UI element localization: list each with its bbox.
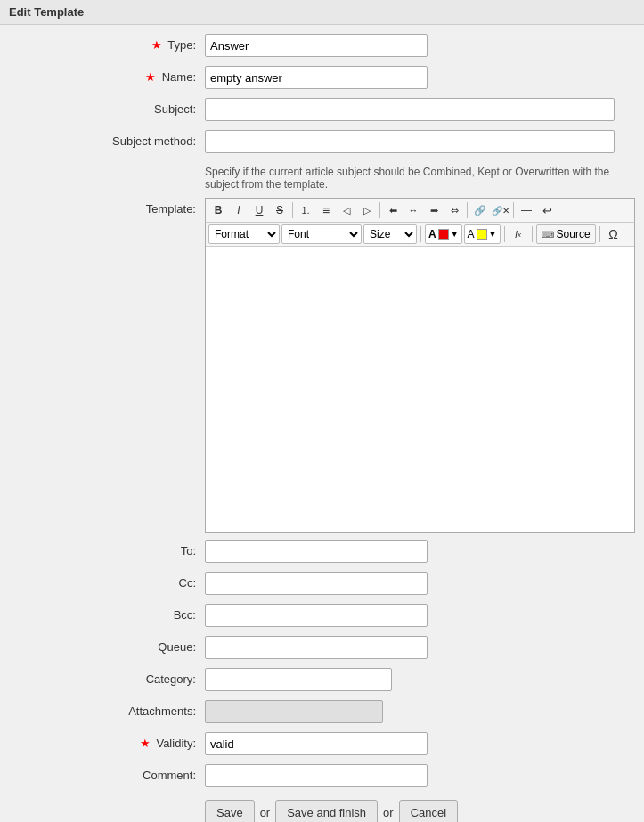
or-text-1: or [260,806,271,819]
cc-input[interactable] [205,572,428,595]
source-label: Source [557,228,591,240]
unlink-button[interactable]: 🔗✕ [491,200,510,220]
clear-format-button[interactable]: Ix [509,224,528,244]
indent-button[interactable]: ▷ [357,200,377,220]
category-label: Category: [9,668,205,686]
bold-button[interactable]: B [208,200,228,220]
subject-method-label: Subject method: [9,130,205,148]
to-label: To: [9,540,205,557]
subject-method-input[interactable] [205,130,615,153]
action-row: Save or Save and finish or Cancel [205,800,458,822]
cc-label: Cc: [9,572,205,590]
name-label: ★ Name: [9,66,205,84]
bcc-input[interactable] [205,604,428,627]
save-button[interactable]: Save [205,800,255,822]
bg-color-swatch [477,229,487,240]
align-center-button[interactable]: ↔ [404,200,423,220]
toolbar-separator-2 [379,202,380,218]
align-justify-button[interactable]: ⇔ [444,200,464,220]
toolbar-separator-3 [467,202,468,218]
save-finish-button[interactable]: Save and finish [275,800,378,822]
toolbar-separator-8 [599,226,600,242]
actions-spacer [9,796,205,801]
to-input[interactable] [205,540,428,563]
outdent-button[interactable]: ◁ [337,200,356,220]
template-editor: B I U S 1. ≡ ◁ ▷ ⬅ ↔ ➡ ⇔ 🔗 🔗✕ — ↩ [205,198,635,533]
align-right-button[interactable]: ➡ [424,200,444,220]
align-left-button[interactable]: ⬅ [383,200,403,220]
toolbar-separator-5 [420,226,421,242]
template-label: Template: [9,198,205,216]
required-star-name: ★ [145,70,156,84]
queue-input[interactable] [205,636,428,659]
link-button[interactable]: 🔗 [470,200,490,220]
bg-color-button[interactable]: A ▼ [464,224,501,244]
toolbar-separator-1 [292,202,293,218]
toolbar-row1: B I U S 1. ≡ ◁ ▷ ⬅ ↔ ➡ ⇔ 🔗 🔗✕ — ↩ [206,199,634,223]
hint-spacer [9,162,205,167]
attachments-button[interactable] [205,700,383,723]
page-title: Edit Template [0,0,644,25]
comment-label: Comment: [9,764,205,782]
queue-label: Queue: [9,636,205,654]
toolbar-separator-4 [513,202,514,218]
font-color-swatch [438,229,449,240]
required-star-validity: ★ [140,737,151,750]
size-select[interactable]: Size [363,224,417,244]
strikethrough-button[interactable]: S [270,200,289,220]
validity-input[interactable] [205,732,428,755]
template-editor-body[interactable] [206,247,634,532]
cancel-button[interactable]: Cancel [399,800,458,822]
required-star-type: ★ [151,38,162,52]
validity-label: ★ Validity: [9,732,205,750]
italic-button[interactable]: I [229,200,249,220]
type-input[interactable] [205,34,428,57]
subject-label: Subject: [9,98,205,116]
toolbar-row2: Format Font Size A ▼ A ▼ [206,223,634,247]
font-select[interactable]: Font [281,224,362,244]
toolbar-separator-7 [532,226,533,242]
attachments-label: Attachments: [9,700,205,718]
bcc-label: Bcc: [9,604,205,622]
or-text-2: or [383,806,394,819]
underline-button[interactable]: U [249,200,269,220]
toolbar-separator-6 [504,226,505,242]
source-button[interactable]: ⌨ Source [536,224,596,244]
unordered-list-button[interactable]: ≡ [316,200,336,220]
subject-method-hint: Specify if the current article subject s… [205,162,615,191]
type-label: ★ Type: [9,34,205,52]
category-input[interactable] [205,668,392,691]
ordered-list-button[interactable]: 1. [296,200,315,220]
format-select[interactable]: Format [208,224,280,244]
subject-input[interactable] [205,98,615,121]
font-color-button[interactable]: A ▼ [425,224,462,244]
name-input[interactable] [205,66,428,89]
undo-button[interactable]: ↩ [537,200,557,220]
omega-button[interactable]: Ω [604,224,624,244]
comment-input[interactable] [205,764,428,787]
hr-button[interactable]: — [517,200,536,220]
